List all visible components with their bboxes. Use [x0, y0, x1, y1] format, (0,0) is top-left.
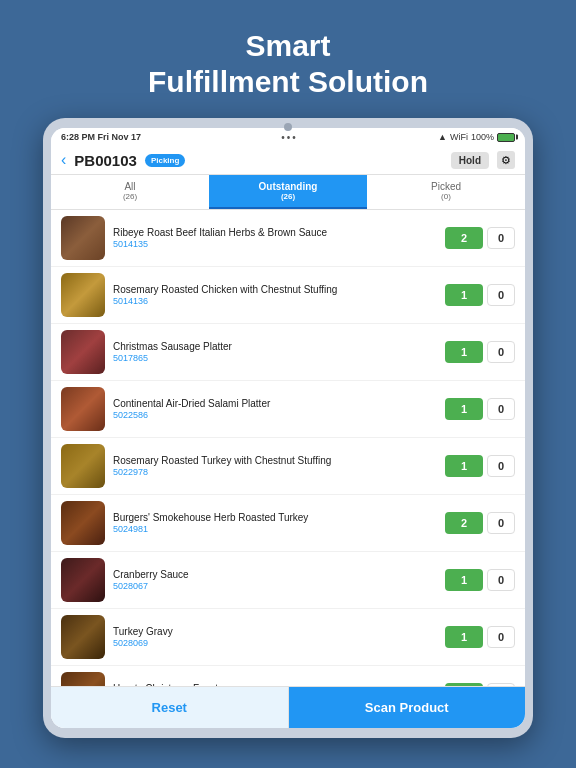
qty-outstanding: 1 — [445, 626, 483, 648]
reset-button[interactable]: Reset — [51, 687, 289, 728]
quantity-area: 1 0 — [445, 626, 515, 648]
battery-percentage: 100% — [471, 132, 494, 142]
app-header: ‹ PB00103 Picking Hold ⚙ — [51, 146, 525, 175]
battery-icon — [497, 133, 515, 142]
product-image — [61, 444, 105, 488]
qty-picked: 0 — [487, 626, 515, 648]
page-title: Smart Fulfillment Solution — [148, 28, 428, 100]
product-name: Rosemary Roasted Chicken with Chestnut S… — [113, 284, 437, 295]
scan-product-button[interactable]: Scan Product — [289, 687, 526, 728]
list-item[interactable]: Continental Air-Dried Salami Platter 502… — [51, 381, 525, 438]
qty-outstanding: 1 — [445, 398, 483, 420]
status-time: 6:28 PM Fri Nov 17 — [61, 132, 141, 142]
product-name: Turkey Gravy — [113, 626, 437, 637]
product-sku: 5017865 — [113, 353, 437, 363]
qty-outstanding: 1 — [445, 455, 483, 477]
qty-outstanding: 2 — [445, 512, 483, 534]
status-right: ▲ WiFi 100% — [438, 132, 515, 142]
quantity-area: 2 0 — [445, 512, 515, 534]
tablet-notch — [284, 123, 292, 131]
qty-picked: 0 — [487, 398, 515, 420]
list-item[interactable]: Christmas Sausage Platter 5017865 1 0 — [51, 324, 525, 381]
qty-outstanding: 1 — [445, 284, 483, 306]
product-info: Ribeye Roast Beef Italian Herbs & Brown … — [113, 227, 437, 249]
quantity-area: 1 0 — [445, 569, 515, 591]
product-name: Continental Air-Dried Salami Platter — [113, 398, 437, 409]
list-item[interactable]: Rosemary Roasted Chicken with Chestnut S… — [51, 267, 525, 324]
product-image — [61, 615, 105, 659]
product-sku: 5028067 — [113, 581, 437, 591]
quantity-area: 1 0 — [445, 341, 515, 363]
bottom-bar: Reset Scan Product — [51, 686, 525, 728]
page-title-area: Smart Fulfillment Solution — [148, 0, 428, 118]
list-item[interactable]: Cranberry Sauce 5028067 1 0 — [51, 552, 525, 609]
status-dots: ••• — [281, 132, 298, 143]
product-info: Rosemary Roasted Turkey with Chestnut St… — [113, 455, 437, 477]
quantity-area: 1 0 — [445, 455, 515, 477]
product-name: Christmas Sausage Platter — [113, 341, 437, 352]
tablet-frame: 6:28 PM Fri Nov 17 ••• ▲ WiFi 100% ‹ PB0… — [43, 118, 533, 738]
quantity-area: 2 0 — [445, 227, 515, 249]
product-info: Christmas Sausage Platter 5017865 — [113, 341, 437, 363]
product-list: Ribeye Roast Beef Italian Herbs & Brown … — [51, 210, 525, 686]
qty-picked: 0 — [487, 341, 515, 363]
qty-picked: 0 — [487, 569, 515, 591]
product-sku: 5022978 — [113, 467, 437, 477]
list-item[interactable]: Hearty Christmas Feast 5028085 1 0 — [51, 666, 525, 686]
list-item[interactable]: Turkey Gravy 5028069 1 0 — [51, 609, 525, 666]
back-button[interactable]: ‹ — [61, 151, 66, 169]
qty-picked: 0 — [487, 455, 515, 477]
order-id: PB00103 — [74, 152, 137, 169]
tab-all[interactable]: All (26) — [51, 175, 209, 209]
product-sku: 5028069 — [113, 638, 437, 648]
qty-picked: 0 — [487, 284, 515, 306]
status-badge: Picking — [145, 154, 185, 167]
tab-outstanding[interactable]: Outstanding (26) — [209, 175, 367, 209]
product-name: Cranberry Sauce — [113, 569, 437, 580]
product-name: Burgers' Smokehouse Herb Roasted Turkey — [113, 512, 437, 523]
qty-outstanding: 1 — [445, 569, 483, 591]
product-info: Cranberry Sauce 5028067 — [113, 569, 437, 591]
quantity-area: 1 0 — [445, 398, 515, 420]
qty-outstanding: 2 — [445, 227, 483, 249]
qty-picked: 0 — [487, 512, 515, 534]
product-sku: 5024981 — [113, 524, 437, 534]
product-image — [61, 387, 105, 431]
settings-icon[interactable]: ⚙ — [497, 151, 515, 169]
product-image — [61, 216, 105, 260]
product-sku: 5022586 — [113, 410, 437, 420]
tabs-bar: All (26) Outstanding (26) Picked (0) — [51, 175, 525, 210]
product-info: Burgers' Smokehouse Herb Roasted Turkey … — [113, 512, 437, 534]
list-item[interactable]: Ribeye Roast Beef Italian Herbs & Brown … — [51, 210, 525, 267]
product-image — [61, 558, 105, 602]
product-sku: 5014135 — [113, 239, 437, 249]
tab-picked[interactable]: Picked (0) — [367, 175, 525, 209]
list-item[interactable]: Rosemary Roasted Turkey with Chestnut St… — [51, 438, 525, 495]
product-info: Rosemary Roasted Chicken with Chestnut S… — [113, 284, 437, 306]
quantity-area: 1 0 — [445, 284, 515, 306]
product-info: Continental Air-Dried Salami Platter 502… — [113, 398, 437, 420]
product-name: Ribeye Roast Beef Italian Herbs & Brown … — [113, 227, 437, 238]
qty-picked: 0 — [487, 227, 515, 249]
wifi-icon: WiFi — [450, 132, 468, 142]
hold-button[interactable]: Hold — [451, 152, 489, 169]
signal-icon: ▲ — [438, 132, 447, 142]
tablet-screen: 6:28 PM Fri Nov 17 ••• ▲ WiFi 100% ‹ PB0… — [51, 128, 525, 728]
qty-outstanding: 1 — [445, 341, 483, 363]
product-image — [61, 501, 105, 545]
product-image — [61, 330, 105, 374]
product-image — [61, 273, 105, 317]
product-sku: 5014136 — [113, 296, 437, 306]
list-item[interactable]: Burgers' Smokehouse Herb Roasted Turkey … — [51, 495, 525, 552]
product-image — [61, 672, 105, 686]
product-info: Turkey Gravy 5028069 — [113, 626, 437, 648]
product-name: Rosemary Roasted Turkey with Chestnut St… — [113, 455, 437, 466]
